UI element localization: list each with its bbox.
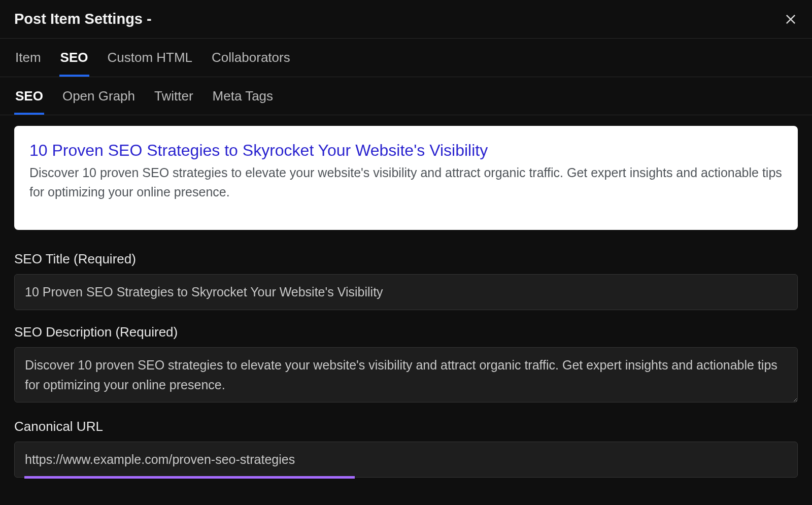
subtab-meta-tags[interactable]: Meta Tags [212, 77, 274, 115]
panel-title: Post Item Settings - [14, 11, 152, 27]
tab-collaborators[interactable]: Collaborators [211, 39, 291, 77]
search-preview-card: 10 Proven SEO Strategies to Skyrocket Yo… [14, 126, 798, 230]
tab-custom-html[interactable]: Custom HTML [107, 39, 194, 77]
subtab-open-graph[interactable]: Open Graph [61, 77, 136, 115]
preview-description: Discover 10 proven SEO strategies to ele… [29, 163, 783, 201]
tab-item[interactable]: Item [14, 39, 42, 77]
seo-title-label: SEO Title (Required) [14, 251, 798, 267]
settings-panel: Post Item Settings - Item SEO Custom HTM… [0, 0, 812, 505]
seo-description-label: SEO Description (Required) [14, 324, 798, 340]
content-area: 10 Proven SEO Strategies to Skyrocket Yo… [0, 115, 812, 505]
highlight-underline [24, 476, 355, 479]
secondary-tabs: SEO Open Graph Twitter Meta Tags [0, 77, 812, 115]
close-icon[interactable] [784, 12, 798, 26]
subtab-seo[interactable]: SEO [14, 77, 44, 115]
preview-title: 10 Proven SEO Strategies to Skyrocket Yo… [29, 140, 783, 160]
seo-title-input[interactable] [14, 274, 798, 310]
canonical-url-input[interactable] [14, 442, 798, 478]
panel-header: Post Item Settings - [0, 0, 812, 39]
primary-tabs: Item SEO Custom HTML Collaborators [0, 39, 812, 77]
tab-seo[interactable]: SEO [59, 39, 89, 77]
canonical-url-field: Canonical URL [14, 419, 798, 478]
seo-title-field: SEO Title (Required) [14, 251, 798, 310]
seo-description-field: SEO Description (Required) [14, 324, 798, 405]
canonical-url-label: Canonical URL [14, 419, 798, 434]
subtab-twitter[interactable]: Twitter [153, 77, 194, 115]
seo-description-input[interactable] [14, 347, 798, 403]
